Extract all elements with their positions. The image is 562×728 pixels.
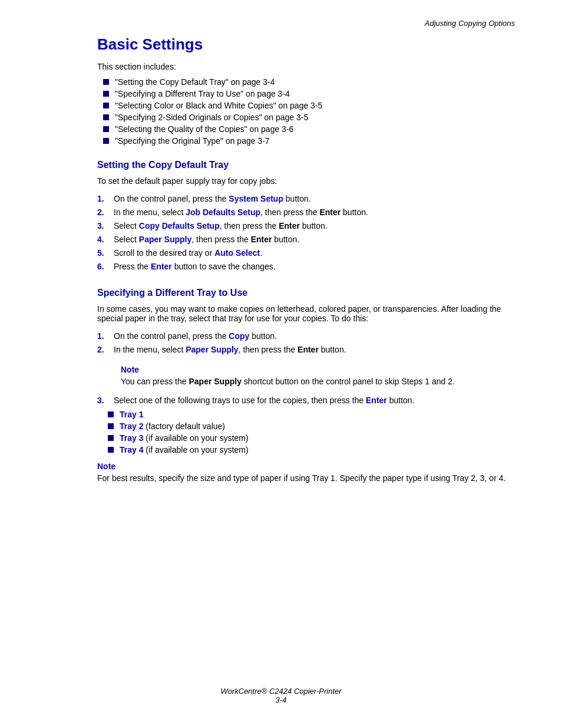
toc-item: "Selecting Color or Black and White Copi…	[103, 101, 515, 110]
step-item: 3.Select Copy Defaults Setup, then press…	[97, 221, 515, 230]
step-num: 4.	[97, 235, 114, 244]
step-text: In the menu, select Paper Supply, then p…	[114, 345, 346, 354]
step-text: Select Copy Defaults Setup, then press t…	[114, 221, 328, 230]
footer: WorkCentre® C2424 Copier-Printer 3-4	[0, 687, 562, 704]
section1-intro: To set the default paper supply tray for…	[97, 176, 515, 186]
step-num: 1.	[97, 194, 114, 203]
step3: 3. Select one of the following trays to …	[97, 396, 515, 405]
tray-item: Tray 1	[108, 410, 515, 419]
section1: Setting the Copy Default Tray To set the…	[97, 160, 515, 271]
tray-item: Tray 3 (if available on your system)	[108, 433, 515, 443]
step-item: 2.In the menu, select Job Defaults Setup…	[97, 207, 515, 217]
step-text: Scroll to the desired tray or Auto Selec…	[114, 248, 262, 258]
step3-text: Select one of the following trays to use…	[114, 396, 415, 405]
step-num: 5.	[97, 248, 114, 258]
step-num: 6.	[97, 262, 114, 271]
note2-title: Note	[97, 462, 515, 471]
step-num: 2.	[97, 207, 114, 217]
note1-title: Note	[121, 365, 515, 374]
step-text: Select Paper Supply, then press the Ente…	[114, 235, 299, 244]
bullet-icon	[103, 91, 109, 97]
bullet-icon	[108, 447, 114, 453]
toc-item: "Selecting the Quality of the Copies" on…	[103, 124, 515, 134]
note2-block: Note For best results, specify the size …	[97, 462, 515, 483]
footer-line1: WorkCentre® C2424 Copier-Printer	[0, 687, 562, 696]
step-text: In the menu, select Job Defaults Setup, …	[114, 207, 368, 217]
step-num: 1.	[97, 331, 114, 341]
step-item: 4.Select Paper Supply, then press the En…	[97, 235, 515, 244]
step3-num: 3.	[97, 396, 114, 405]
note1-text: You can press the Paper Supply shortcut …	[121, 377, 515, 386]
bullet-icon	[103, 126, 109, 132]
note1-block: Note You can press the Paper Supply shor…	[121, 365, 515, 386]
bullet-icon	[108, 435, 114, 441]
note2-text: For best results, specify the size and t…	[97, 473, 515, 483]
step-num: 2.	[97, 345, 114, 354]
step-text: On the control panel, press the Copy but…	[114, 331, 277, 341]
toc-item: "Specifying a Different Tray to Use" on …	[103, 89, 515, 98]
step-item: 2.In the menu, select Paper Supply, then…	[97, 345, 515, 354]
main-title: Basic Settings	[97, 35, 515, 54]
bullet-icon	[103, 103, 109, 108]
section2-intro: In some cases, you may want to make copi…	[97, 304, 515, 323]
section2-title: Specifying a Different Tray to Use	[97, 288, 515, 298]
bullet-icon	[108, 423, 114, 429]
step-item: 1.On the control panel, press the System…	[97, 194, 515, 203]
page: Adjusting Copying Options Basic Settings…	[0, 0, 562, 728]
footer-line2: 3-4	[0, 696, 562, 704]
step-num: 3.	[97, 221, 114, 230]
intro-text: This section includes:	[97, 62, 515, 71]
step-item: 1.On the control panel, press the Copy b…	[97, 331, 515, 341]
toc-item: "Setting the Copy Default Tray" on page …	[103, 77, 515, 87]
bullet-icon	[103, 79, 109, 85]
section2: Specifying a Different Tray to Use In so…	[97, 288, 515, 483]
toc-item: "Specifying the Original Type" on page 3…	[103, 136, 515, 146]
bullet-icon	[108, 411, 114, 417]
tray-item: Tray 2 (factory default value)	[108, 421, 515, 431]
header-right: Adjusting Copying Options	[425, 19, 515, 28]
toc-item: "Specifying 2-Sided Originals or Copies"…	[103, 113, 515, 122]
section1-steps: 1.On the control panel, press the System…	[97, 194, 515, 271]
tray-item: Tray 4 (if available on your system)	[108, 445, 515, 454]
section1-title: Setting the Copy Default Tray	[97, 160, 515, 170]
toc-list: "Setting the Copy Default Tray" on page …	[103, 77, 515, 146]
step-item: 5.Scroll to the desired tray or Auto Sel…	[97, 248, 515, 258]
bullet-icon	[103, 114, 109, 120]
step-text: On the control panel, press the System S…	[114, 194, 311, 203]
tray-list: Tray 1Tray 2 (factory default value)Tray…	[108, 410, 515, 454]
section2-steps: 1.On the control panel, press the Copy b…	[97, 331, 515, 354]
step-text: Press the Enter button to save the chang…	[114, 262, 276, 271]
bullet-icon	[103, 138, 109, 144]
step-item: 6.Press the Enter button to save the cha…	[97, 262, 515, 271]
